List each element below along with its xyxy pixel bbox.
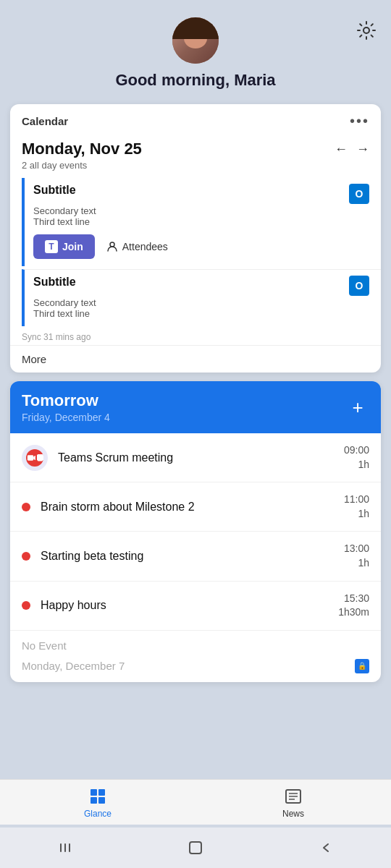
android-back-button[interactable] xyxy=(311,833,340,862)
tomorrow-subtitle: Friday, December 4 xyxy=(22,412,110,423)
prev-arrow[interactable]: ← xyxy=(335,142,348,157)
schedule-item-1[interactable]: Brain storm about Milestone 2 11:00 1h xyxy=(10,482,381,532)
schedule-time-0: 09:00 1h xyxy=(344,443,369,472)
next-date-text: Monday, December 7 xyxy=(22,660,125,672)
schedule-name-2: Starting beta testing xyxy=(41,550,344,563)
tomorrow-widget: Tomorrow Friday, December 4 + Teams Scru… xyxy=(10,381,381,682)
join-button[interactable]: Join xyxy=(33,234,95,259)
greeting-text: Good morning, Maria xyxy=(115,71,275,90)
calendar-date-row: Monday, Nov 25 ← → xyxy=(10,132,381,160)
svg-rect-4 xyxy=(98,789,105,796)
event-1-secondary: Secondary text xyxy=(33,205,369,216)
attendees-icon xyxy=(106,241,118,252)
event-1-actions: Join Attendees xyxy=(33,234,369,259)
svg-rect-11 xyxy=(60,843,62,852)
event-dot-2 xyxy=(22,552,30,561)
android-nav xyxy=(0,827,391,868)
android-menu-button[interactable] xyxy=(51,833,80,862)
schedule-time-3: 15:30 1h30m xyxy=(338,592,369,620)
schedule-item-0[interactable]: Teams Scrum meeting 09:00 1h xyxy=(10,433,381,482)
schedule-name-0: Teams Scrum meeting xyxy=(58,451,344,464)
teams-meeting-icon xyxy=(22,445,48,471)
outlook-icon-2 xyxy=(349,276,369,296)
event-1-subtitle: Subtitle xyxy=(33,184,369,204)
nav-item-glance[interactable]: Glance xyxy=(0,787,196,819)
calendar-title: Calendar xyxy=(22,115,68,127)
schedule-item-2[interactable]: Starting beta testing 13:00 1h xyxy=(10,532,381,581)
nav-arrows: ← → xyxy=(335,142,369,157)
calendar-event-1: Subtitle Secondary text Third text line … xyxy=(22,178,381,266)
tomorrow-title: Tomorrow xyxy=(22,391,110,410)
schedule-name-3: Happy hours xyxy=(41,599,338,612)
android-home-button[interactable] xyxy=(181,833,210,862)
sync-text: Sync 31 mins ago xyxy=(10,326,381,345)
calendar-widget: Calendar ••• Monday, Nov 25 ← → 2 all da… xyxy=(10,104,381,373)
event-2-third: Third text line xyxy=(33,308,369,319)
schedule-time-1: 11:00 1h xyxy=(344,493,369,521)
nav-item-news[interactable]: News xyxy=(196,787,391,819)
bottom-nav: Glance News xyxy=(0,779,391,825)
no-event-label: No Event xyxy=(10,631,381,656)
widget-header: Calendar ••• xyxy=(10,104,381,132)
svg-point-1 xyxy=(110,242,114,247)
event-2-secondary: Secondary text xyxy=(33,297,369,308)
event-1-third: Third text line xyxy=(33,216,369,227)
schedule-name-1: Brain storm about Milestone 2 xyxy=(41,501,344,514)
add-event-button[interactable]: + xyxy=(346,396,369,419)
svg-point-0 xyxy=(363,27,369,33)
schedule-item-3[interactable]: Happy hours 15:30 1h30m xyxy=(10,582,381,631)
settings-icon[interactable] xyxy=(356,20,377,41)
tomorrow-header: Tomorrow Friday, December 4 + xyxy=(10,381,381,433)
attendees-button[interactable]: Attendees xyxy=(106,241,168,252)
calendar-event-2: Subtitle Secondary text Third text line xyxy=(22,269,381,326)
svg-rect-6 xyxy=(98,797,105,804)
avatar xyxy=(172,17,219,64)
calendar-date: Monday, Nov 25 xyxy=(22,140,142,158)
svg-rect-12 xyxy=(64,843,66,852)
svg-rect-5 xyxy=(91,797,97,804)
next-arrow[interactable]: → xyxy=(356,142,369,157)
next-date-row: Monday, December 7 xyxy=(10,656,381,682)
glance-label: Glance xyxy=(84,809,112,819)
more-button[interactable]: More xyxy=(10,345,381,373)
svg-rect-14 xyxy=(190,842,201,854)
grid-icon xyxy=(88,787,107,806)
svg-rect-2 xyxy=(28,455,33,460)
outlook-icon-1 xyxy=(349,184,369,204)
event-dot-1 xyxy=(22,503,30,511)
news-icon xyxy=(284,787,303,806)
lock-icon xyxy=(355,659,369,673)
all-day-events: 2 all day events xyxy=(10,160,381,178)
teams-icon xyxy=(45,240,58,253)
svg-rect-3 xyxy=(91,789,97,796)
event-2-subtitle: Subtitle xyxy=(33,276,369,296)
svg-rect-13 xyxy=(69,843,70,852)
news-label: News xyxy=(282,809,304,819)
event-dot-3 xyxy=(22,601,30,610)
header: Good morning, Maria xyxy=(0,0,391,98)
schedule-time-2: 13:00 1h xyxy=(344,542,369,570)
calendar-more-button[interactable]: ••• xyxy=(350,113,369,129)
